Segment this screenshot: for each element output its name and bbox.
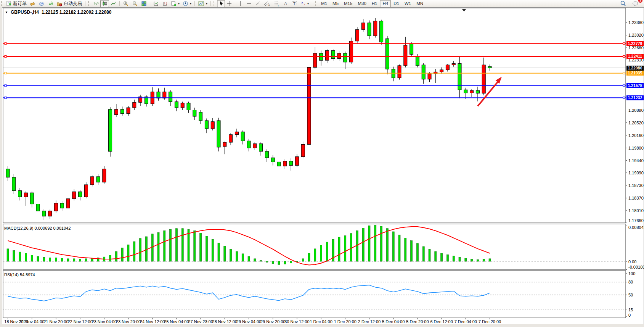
hline-handle[interactable] bbox=[623, 85, 625, 87]
trendline-tool-button[interactable] bbox=[254, 0, 262, 7]
hline-price-tag: 1.22779 bbox=[626, 41, 644, 46]
autotrade-icon bbox=[56, 1, 63, 6]
hline-handle[interactable] bbox=[5, 97, 6, 99]
cursor-tool-button[interactable] bbox=[217, 0, 225, 7]
hline-handle[interactable] bbox=[623, 43, 625, 45]
text-label-icon: T bbox=[291, 1, 297, 6]
rsi-axis-label: 15 bbox=[628, 308, 633, 312]
search-button[interactable] bbox=[618, 0, 628, 7]
bar-chart-mode-button[interactable] bbox=[92, 0, 100, 7]
text-tool-button[interactable]: A bbox=[281, 0, 290, 7]
eraser-icon bbox=[30, 1, 35, 6]
hline-handle[interactable] bbox=[5, 85, 6, 87]
pane-separator-rsi[interactable] bbox=[3, 269, 626, 271]
chart-canvas[interactable] bbox=[0, 0, 644, 327]
hline-handle[interactable] bbox=[5, 55, 6, 57]
zoom-out-button[interactable] bbox=[130, 0, 140, 7]
vline-tool-button[interactable] bbox=[237, 0, 244, 7]
notifications-button[interactable]: 1 bbox=[631, 0, 640, 7]
timeframe-button-mn[interactable]: MN bbox=[414, 0, 426, 7]
fibonacci-tool-button[interactable]: F bbox=[272, 0, 281, 7]
time-axis-label: 1 Dec 20:00 bbox=[334, 319, 357, 324]
channel-tool-button[interactable]: E bbox=[262, 0, 272, 7]
chart-cloud-icon bbox=[39, 1, 45, 6]
bar-chart-icon bbox=[93, 1, 99, 6]
status-bar bbox=[0, 324, 644, 327]
signals-button[interactable] bbox=[46, 0, 55, 7]
time-axis-label: 29 Nov 04:00 bbox=[236, 319, 261, 324]
new-chart-icon bbox=[171, 1, 177, 6]
hline-handle[interactable] bbox=[623, 55, 625, 57]
timeframe-button-h4[interactable]: H4 bbox=[380, 0, 391, 7]
fibonacci-icon: F bbox=[273, 1, 280, 6]
timeframe-button-h1[interactable]: H1 bbox=[369, 0, 380, 7]
period-markers-button[interactable] bbox=[161, 0, 169, 7]
vertical-line-icon bbox=[238, 1, 243, 6]
hline-tool-button[interactable] bbox=[244, 0, 254, 7]
pane-separator-macd[interactable] bbox=[3, 223, 626, 224]
rsi-axis-label: 50 bbox=[628, 293, 633, 297]
rsi-pane bbox=[3, 271, 626, 318]
period-lines-icon bbox=[162, 1, 168, 6]
dropdown-arrow-icon: ▾ bbox=[178, 2, 180, 5]
hline-price-tag: 1.22411 bbox=[626, 54, 644, 59]
tile-windows-button[interactable] bbox=[140, 0, 148, 7]
candlestick-icon bbox=[102, 1, 108, 6]
autotrade-button[interactable]: 自动交易 bbox=[55, 0, 84, 7]
templates-button[interactable]: ▾ bbox=[196, 0, 209, 7]
time-axis-label: 30 Nov 12:00 bbox=[284, 319, 309, 324]
time-axis-label: 29 Nov 20:00 bbox=[260, 319, 285, 324]
toolbar-grip[interactable] bbox=[315, 1, 317, 6]
dropdown-arrow-icon: ▾ bbox=[307, 2, 309, 5]
time-axis-label: 22 Nov 12:00 bbox=[67, 319, 92, 324]
indicators-list-button[interactable] bbox=[152, 0, 161, 7]
timeframe-button-m1[interactable]: M1 bbox=[318, 0, 330, 7]
svg-text:E: E bbox=[268, 4, 270, 6]
timeframe-button-m30[interactable]: M30 bbox=[355, 0, 369, 7]
new-order-button[interactable]: 新订单 bbox=[5, 0, 28, 7]
new-chart-button[interactable]: ▾ bbox=[169, 0, 181, 7]
candlestick-mode-button[interactable] bbox=[100, 0, 109, 7]
timeframe-toolbar: M1M5M15M30H1H4D1W1MN bbox=[318, 0, 426, 7]
eraser-button[interactable] bbox=[28, 0, 37, 7]
macd-axis-label: 0.008043 bbox=[628, 225, 644, 230]
time-axis-label: 28 Nov 12:00 bbox=[212, 319, 237, 324]
timeframes-menu-button[interactable]: ▾ bbox=[181, 0, 193, 7]
hline-handle[interactable] bbox=[623, 72, 625, 74]
arrows-tool-button[interactable]: ▾ bbox=[299, 0, 310, 7]
time-axis-label: 23 Nov 04:00 bbox=[92, 319, 117, 324]
price-axis-label: 1.18730 bbox=[628, 183, 644, 188]
hline-handle[interactable] bbox=[5, 72, 6, 74]
timeframe-button-d1[interactable]: D1 bbox=[391, 0, 402, 7]
timeframe-button-w1[interactable]: W1 bbox=[402, 0, 414, 7]
timeframe-button-m5[interactable]: M5 bbox=[330, 0, 341, 7]
chart-collapse-icon[interactable]: ▼ bbox=[5, 11, 8, 14]
chart-title: ▼ GBPUSD-,H4 1.22125 1.22182 1.22002 1.2… bbox=[5, 10, 111, 15]
price-axis-label: 1.18010 bbox=[628, 208, 644, 213]
hline-price-tag: 1.21935 bbox=[626, 71, 644, 76]
line-chart-mode-button[interactable] bbox=[109, 0, 118, 7]
toolbar-grip[interactable] bbox=[214, 1, 215, 6]
charts-profile-button[interactable] bbox=[37, 0, 46, 7]
time-axis-label: 27 Nov 23:00 bbox=[188, 319, 213, 324]
notification-badge: 1 bbox=[638, 0, 642, 3]
time-axis-label: 7 Dec 04:00 bbox=[454, 319, 477, 324]
zoom-in-button[interactable] bbox=[121, 0, 130, 7]
text-icon: A bbox=[283, 1, 288, 6]
crosshair-tool-button[interactable] bbox=[225, 0, 233, 7]
time-axis-label: 1 Dec 04:00 bbox=[310, 319, 332, 324]
toolbar-grip[interactable] bbox=[1, 1, 3, 6]
price-axis-label: 1.19090 bbox=[628, 171, 644, 175]
time-axis-label: 2 Dec 12:00 bbox=[358, 319, 381, 324]
hline-handle[interactable] bbox=[623, 97, 625, 99]
chart-symbol-period: GBPUSD-,H4 bbox=[11, 10, 39, 15]
hline-handle[interactable] bbox=[5, 43, 6, 45]
text-label-tool-button[interactable]: T bbox=[290, 0, 299, 7]
time-axis-label: 5 Dec 20:00 bbox=[406, 319, 429, 324]
crosshair-icon bbox=[226, 1, 232, 6]
timeframe-button-m15[interactable]: M15 bbox=[341, 0, 355, 7]
toolbar-grip[interactable] bbox=[88, 1, 90, 6]
price-axis-label: 1.23020 bbox=[628, 33, 644, 37]
price-axis-label: 1.17660 bbox=[628, 218, 644, 223]
macd-axis-label: -0.001807 bbox=[628, 265, 644, 269]
